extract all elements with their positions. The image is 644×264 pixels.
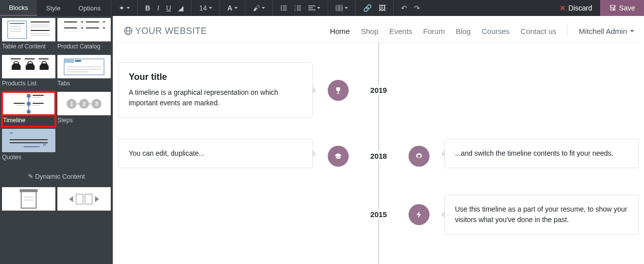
eraser-button[interactable]: ◢ — [175, 0, 187, 16]
timeline-dot-3[interactable] — [409, 204, 429, 225]
timeline-dot-2-right[interactable] — [409, 146, 429, 167]
timeline-card-text[interactable]: A timeline is a graphical representation… — [129, 87, 302, 108]
svg-text:1: 1 — [70, 101, 73, 107]
timeline-card-2-right[interactable]: ...and switch the timeline contents to f… — [444, 139, 639, 168]
svg-rect-48 — [64, 59, 74, 63]
timeline-row-1[interactable]: Your title A timeline is a graphical rep… — [118, 62, 639, 118]
timeline-card-text[interactable]: ...and switch the timeline contents to f… — [455, 148, 629, 159]
svg-text:3: 3 — [95, 101, 98, 107]
timeline-year-2[interactable]: 2018 — [370, 151, 387, 161]
site-header: YOUR WEBSITE Home Shop Events Forum Blog… — [118, 16, 639, 42]
timeline-card-3[interactable]: Use this timeline as a part of your resu… — [444, 195, 639, 235]
block-tabs[interactable]: Tabs — [57, 55, 111, 90]
svg-point-55 — [27, 102, 31, 106]
timeline-card-2-left[interactable]: You can edit, duplicate... — [118, 139, 313, 168]
block-quotes[interactable]: “” Quotes — [2, 129, 55, 164]
block-table-of-content[interactable]: Table of Content — [2, 18, 55, 53]
timeline-card-text[interactable]: Use this timeline as a part of your resu… — [455, 204, 629, 225]
svg-rect-7 — [297, 5, 301, 6]
svg-text:“: “ — [10, 130, 13, 138]
block-products-list[interactable]: Products List — [2, 55, 55, 90]
svg-rect-76 — [21, 190, 36, 208]
site-logo[interactable]: YOUR WEBSITE — [123, 26, 207, 36]
timeline-year-3[interactable]: 2015 — [370, 209, 387, 220]
editor-tabs: Blocks Style Options — [0, 0, 110, 16]
redo-button[interactable]: ↷ — [411, 0, 424, 16]
svg-marker-83 — [95, 196, 99, 202]
link-icon: 🔗 — [363, 4, 372, 12]
block-steps[interactable]: 123 Steps — [57, 92, 111, 127]
globe-icon — [123, 26, 133, 36]
svg-rect-14 — [308, 9, 315, 10]
image-button[interactable]: 🖼 — [375, 0, 389, 16]
svg-rect-77 — [20, 189, 38, 192]
block-dynamic-2[interactable] — [57, 187, 111, 211]
tab-options[interactable]: Options — [69, 0, 110, 16]
underline-button[interactable]: U — [163, 0, 175, 16]
nav-shop[interactable]: Shop — [361, 27, 378, 35]
nav-blog[interactable]: Blog — [456, 27, 471, 35]
svg-point-2 — [281, 7, 282, 8]
timeline-card-title[interactable]: Your title — [129, 72, 302, 82]
highlight-dropdown[interactable]: 🖌 — [249, 0, 268, 16]
timeline-year-1[interactable]: 2019 — [370, 85, 387, 95]
user-menu[interactable]: Mitchell Admin — [579, 27, 634, 35]
svg-rect-12 — [308, 5, 315, 6]
magic-wand-button[interactable]: ✦ — [115, 0, 133, 16]
nav-contact[interactable]: Contact us — [521, 27, 557, 35]
timeline-dot-1[interactable] — [328, 80, 349, 101]
website-canvas[interactable]: YOUR WEBSITE Home Shop Events Forum Blog… — [113, 16, 644, 264]
timeline-row-3[interactable]: Use this timeline as a part of your resu… — [118, 195, 639, 235]
bold-button[interactable]: B — [142, 0, 154, 16]
save-icon: 🖫 — [609, 4, 616, 12]
save-button[interactable]: 🖫Save — [600, 0, 644, 16]
nav-home[interactable]: Home — [330, 27, 350, 35]
timeline-block[interactable]: Your title A timeline is a graphical rep… — [118, 42, 639, 264]
svg-text:3: 3 — [294, 9, 296, 11]
block-timeline[interactable]: Timeline — [2, 92, 55, 127]
table-dropdown[interactable] — [332, 0, 351, 16]
number-list-button[interactable]: 123 — [291, 0, 305, 16]
tab-style[interactable]: Style — [37, 0, 69, 16]
tab-blocks[interactable]: Blocks — [0, 0, 37, 16]
link-button[interactable]: 🔗 — [360, 0, 375, 16]
nav-courses[interactable]: Courses — [482, 27, 510, 35]
undo-button[interactable]: ↶ — [398, 0, 411, 16]
italic-button[interactable]: I — [154, 0, 163, 16]
trophy-icon — [334, 86, 342, 94]
timeline-card-1[interactable]: Your title A timeline is a graphical rep… — [118, 62, 313, 118]
block-product-catalog[interactable]: Product Catalog — [57, 18, 111, 53]
chevron-down-icon — [630, 30, 634, 32]
gear-icon — [415, 152, 423, 160]
brush-icon: 🖌 — [253, 4, 260, 12]
svg-rect-5 — [283, 9, 287, 10]
svg-rect-9 — [297, 7, 301, 8]
block-dynamic-1[interactable] — [2, 187, 55, 211]
align-dropdown[interactable] — [305, 0, 324, 16]
bullet-list-button[interactable] — [277, 0, 291, 16]
timeline-card-text[interactable]: You can edit, duplicate... — [129, 148, 302, 159]
svg-rect-81 — [76, 194, 83, 204]
magic-wand-icon: ✦ — [119, 4, 125, 12]
font-color-dropdown[interactable]: A — [224, 0, 241, 16]
svg-rect-3 — [283, 7, 287, 8]
svg-point-0 — [281, 5, 282, 6]
section-dynamic-content: Dynamic Content — [2, 166, 111, 185]
font-size-dropdown[interactable]: 14 — [196, 0, 215, 16]
nav-forum[interactable]: Forum — [423, 27, 444, 35]
bolt-icon — [415, 211, 423, 219]
discard-button[interactable]: ✕Discard — [552, 0, 600, 16]
nav-divider — [567, 25, 568, 37]
svg-marker-80 — [69, 196, 73, 202]
graduation-cap-icon — [334, 152, 342, 160]
svg-rect-82 — [85, 194, 92, 204]
image-icon: 🖼 — [379, 4, 386, 12]
svg-point-54 — [27, 94, 31, 98]
nav-events[interactable]: Events — [389, 27, 412, 35]
editor-topbar: Blocks Style Options ✦ B I U ◢ 14 A 🖌 12… — [0, 0, 644, 16]
site-nav: Home Shop Events Forum Blog Courses Cont… — [330, 25, 634, 37]
timeline-row-2[interactable]: You can edit, duplicate... ...and switch… — [118, 139, 639, 174]
svg-rect-13 — [308, 7, 313, 8]
timeline-dot-2-left[interactable] — [328, 146, 349, 167]
eraser-icon: ◢ — [178, 4, 184, 12]
